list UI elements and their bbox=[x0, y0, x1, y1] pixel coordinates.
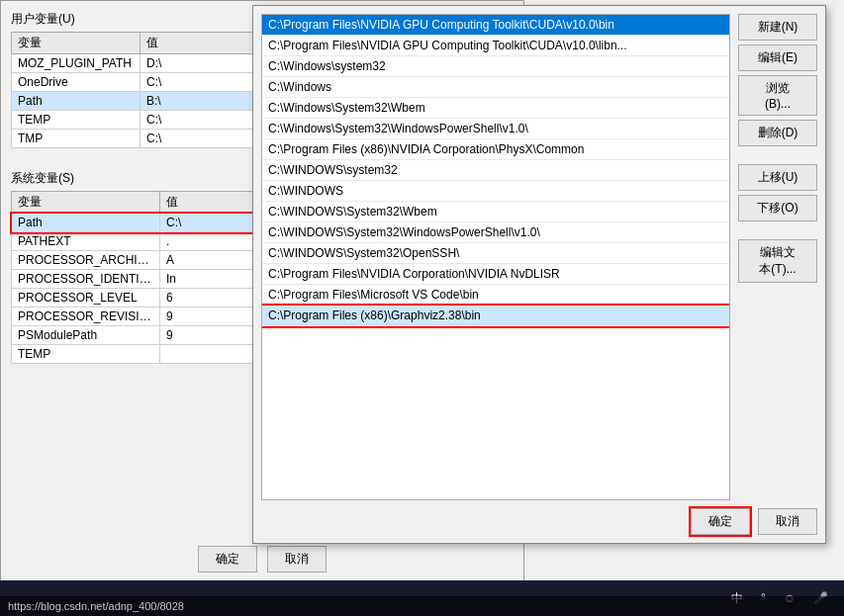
list-item[interactable]: C:\Program Files\NVIDIA GPU Computing To… bbox=[262, 15, 729, 36]
list-item[interactable]: C:\Windows bbox=[262, 77, 729, 98]
path-cancel-button[interactable]: 取消 bbox=[758, 508, 817, 535]
move-down-button[interactable]: 下移(O) bbox=[738, 195, 817, 221]
list-item[interactable]: C:\Program Files\Microsoft VS Code\bin bbox=[262, 285, 729, 306]
delete-button[interactable]: 删除(D) bbox=[738, 120, 817, 146]
list-item[interactable]: C:\WINDOWS\system32 bbox=[262, 160, 729, 181]
sys-col-var: 变量 bbox=[12, 192, 160, 214]
edit-button[interactable]: 编辑(E) bbox=[738, 44, 817, 71]
move-up-button[interactable]: 上移(U) bbox=[738, 164, 817, 191]
path-dialog-content: C:\Program Files\NVIDIA GPU Computing To… bbox=[261, 14, 817, 500]
path-list-container[interactable]: C:\Program Files\NVIDIA GPU Computing To… bbox=[261, 14, 730, 500]
path-ok-button[interactable]: 确定 bbox=[691, 508, 750, 535]
path-dialog: C:\Program Files\NVIDIA GPU Computing To… bbox=[252, 5, 826, 544]
list-item[interactable]: C:\Windows\system32 bbox=[262, 56, 729, 77]
edit-text-button[interactable]: 编辑文本(T)... bbox=[738, 239, 817, 283]
url-bar: https://blog.csdn.net/adnp_400/8028 bbox=[0, 596, 844, 616]
list-item[interactable]: C:\Windows\System32\Wbem bbox=[262, 98, 729, 119]
list-item[interactable]: C:\WINDOWS\System32\OpenSSH\ bbox=[262, 243, 729, 264]
env-cancel-button[interactable]: 取消 bbox=[267, 546, 327, 572]
user-col-var: 变量 bbox=[12, 33, 141, 54]
path-right-buttons: 新建(N) 编辑(E) 浏览(B)... 删除(D) 上移(U) 下移(O) 编… bbox=[738, 14, 817, 500]
env-ok-button[interactable]: 确定 bbox=[198, 546, 257, 572]
list-item[interactable]: C:\WINDOWS bbox=[262, 181, 729, 202]
list-item[interactable]: C:\WINDOWS\System32\Wbem bbox=[262, 202, 729, 222]
list-item[interactable]: C:\Program Files (x86)\Graphviz2.38\bin bbox=[262, 306, 729, 326]
list-item[interactable]: C:\Program Files\NVIDIA GPU Computing To… bbox=[262, 36, 729, 56]
browse-button[interactable]: 浏览(B)... bbox=[738, 75, 817, 116]
new-button[interactable]: 新建(N) bbox=[738, 14, 817, 41]
url-text: https://blog.csdn.net/adnp_400/8028 bbox=[8, 600, 184, 612]
env-dialog-buttons: 确定 取消 bbox=[1, 546, 523, 572]
path-dialog-bottom: 确定 取消 bbox=[261, 508, 817, 535]
list-item[interactable]: C:\Windows\System32\WindowsPowerShell\v1… bbox=[262, 119, 729, 139]
list-item[interactable]: C:\Program Files\NVIDIA Corporation\NVID… bbox=[262, 264, 729, 285]
list-item[interactable]: C:\WINDOWS\System32\WindowsPowerShell\v1… bbox=[262, 222, 729, 243]
list-item[interactable]: C:\Program Files (x86)\NVIDIA Corporatio… bbox=[262, 139, 729, 160]
